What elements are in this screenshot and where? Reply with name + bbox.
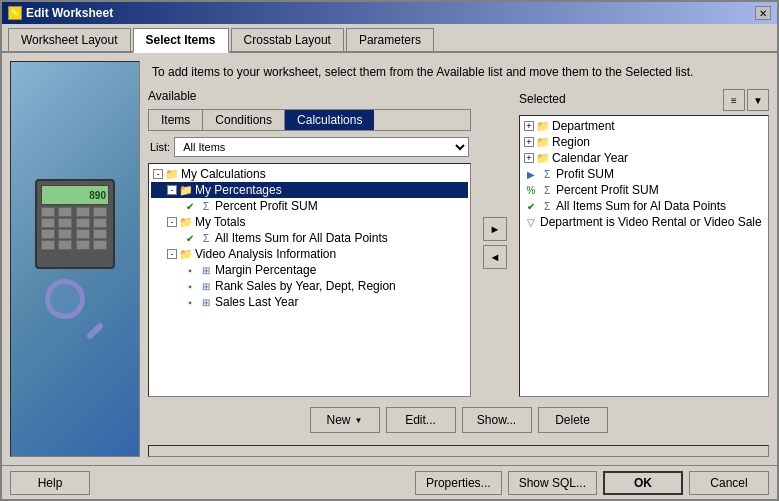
available-panel: Available Items Conditions Calculations … [148, 89, 471, 397]
tree-item-my-pct[interactable]: - 📁 My Percentages [151, 182, 468, 198]
tree-item-my-totals[interactable]: - 📁 My Totals [151, 214, 468, 230]
selected-label-region: Region [552, 135, 590, 149]
show-button[interactable]: Show... [462, 407, 532, 433]
calc-screen: 890 [41, 185, 109, 205]
tab-select-items[interactable]: Select Items [133, 28, 229, 53]
folder-icon-dept: 📁 [536, 119, 550, 133]
available-tree[interactable]: - 📁 My Calculations - 📁 My Percentages [148, 163, 471, 397]
expand-region[interactable]: + [524, 137, 534, 147]
show-sql-button[interactable]: Show SQL... [508, 471, 597, 495]
edit-worksheet-window: ✎ Edit Worksheet ✕ Worksheet Layout Sele… [0, 0, 779, 501]
horizontal-scrollbar[interactable] [148, 445, 769, 457]
item-icon-sales: ▪ [183, 295, 197, 309]
sigma-icon-all: Σ [540, 199, 554, 213]
subtab-conditions[interactable]: Conditions [203, 110, 285, 130]
item-icon-profit: ▶ [524, 167, 538, 181]
expand-my-totals[interactable]: - [167, 217, 177, 227]
magnifier-circle [45, 279, 85, 319]
title-bar-left: ✎ Edit Worksheet [8, 6, 113, 20]
check-icon-3: % [524, 183, 538, 197]
list-filter: List: All Items [148, 135, 471, 159]
selected-item-cal-year[interactable]: + 📁 Calendar Year [522, 150, 766, 166]
check-icon-2: ✔ [183, 231, 197, 245]
selected-item-region[interactable]: + 📁 Region [522, 134, 766, 150]
selected-item-pct-profit[interactable]: % Σ Percent Profit SUM [522, 182, 766, 198]
properties-button[interactable]: Properties... [415, 471, 502, 495]
check-icon: ✔ [183, 199, 197, 213]
title-bar: ✎ Edit Worksheet ✕ [2, 2, 777, 24]
tab-crosstab-layout[interactable]: Crosstab Layout [231, 28, 344, 51]
cancel-button[interactable]: Cancel [689, 471, 769, 495]
selected-label-dept: Department [552, 119, 615, 133]
sigma-icon: Σ [199, 199, 213, 213]
folder-icon-2: 📁 [179, 183, 193, 197]
list-label: List: [150, 141, 170, 153]
selected-item-dept[interactable]: + 📁 Department [522, 118, 766, 134]
tree-label-all-items-sum: All Items Sum for All Data Points [215, 231, 388, 245]
sigma-icon-pct: Σ [540, 183, 554, 197]
tree-item-video-analysis[interactable]: - 📁 Video Analysis Information [151, 246, 468, 262]
delete-button[interactable]: Delete [538, 407, 608, 433]
tab-worksheet-layout[interactable]: Worksheet Layout [8, 28, 131, 51]
tree-item-my-calc[interactable]: - 📁 My Calculations [151, 166, 468, 182]
move-left-button[interactable]: ◄ [483, 245, 507, 269]
selected-item-profit-sum[interactable]: ▶ Σ Profit SUM [522, 166, 766, 182]
folder-icon-cal-year: 📁 [536, 151, 550, 165]
available-subtab-bar: Items Conditions Calculations [148, 109, 471, 131]
folder-icon-3: 📁 [179, 215, 193, 229]
tree-label-rank-sales: Rank Sales by Year, Dept, Region [215, 279, 396, 293]
ok-button[interactable]: OK [603, 471, 683, 495]
tree-item-margin-pct[interactable]: ▪ ⊞ Margin Percentage [151, 262, 468, 278]
selected-item-all-items[interactable]: ✔ Σ All Items Sum for Al Data Points [522, 198, 766, 214]
selected-label-profit-sum: Profit SUM [556, 167, 614, 181]
help-button[interactable]: Help [10, 471, 90, 495]
dropdown-icon[interactable]: ▼ [747, 89, 769, 111]
tree-item-rank-sales[interactable]: ▪ ⊞ Rank Sales by Year, Dept, Region [151, 278, 468, 294]
calc-icon-rank: ⊞ [199, 279, 213, 293]
expand-cal-year[interactable]: + [524, 153, 534, 163]
calc-icon-sales: ⊞ [199, 295, 213, 309]
selected-label-dept-filter: Department is Video Rental or Video Sale [540, 215, 762, 229]
tab-parameters[interactable]: Parameters [346, 28, 434, 51]
tree-label-sales-last-yr: Sales Last Year [215, 295, 298, 309]
subtab-items[interactable]: Items [149, 110, 203, 130]
filter-icon: ▽ [524, 215, 538, 229]
new-button[interactable]: New ▼ [310, 407, 380, 433]
expand-my-pct[interactable]: - [167, 185, 177, 195]
expand-video-analysis[interactable]: - [167, 249, 177, 259]
move-right-button[interactable]: ► [483, 217, 507, 241]
selected-item-dept-filter[interactable]: ▽ Department is Video Rental or Video Sa… [522, 214, 766, 230]
selected-label-all-items: All Items Sum for Al Data Points [556, 199, 726, 213]
item-icon-margin: ▪ [183, 263, 197, 277]
edit-button[interactable]: Edit... [386, 407, 456, 433]
magnifier-handle [86, 322, 104, 340]
close-button[interactable]: ✕ [755, 6, 771, 20]
list-view-icon[interactable]: ≡ [723, 89, 745, 111]
main-tab-bar: Worksheet Layout Select Items Crosstab L… [2, 24, 777, 53]
available-label: Available [148, 89, 471, 103]
tree-label-my-totals: My Totals [195, 215, 245, 229]
folder-icon-region: 📁 [536, 135, 550, 149]
window-title: Edit Worksheet [26, 6, 113, 20]
window-icon: ✎ [8, 6, 22, 20]
sigma-icon-profit: Σ [540, 167, 554, 181]
magnifier-icon [45, 279, 105, 339]
footer: Help Properties... Show SQL... OK Cancel [2, 465, 777, 499]
folder-icon-4: 📁 [179, 247, 193, 261]
main-content: 890 To add items to your worksheet, sele… [2, 53, 777, 465]
tree-item-all-items-sum[interactable]: ✔ Σ All Items Sum for All Data Points [151, 230, 468, 246]
selected-tree[interactable]: + 📁 Department + 📁 Region + [519, 115, 769, 397]
new-dropdown-arrow: ▼ [355, 416, 363, 425]
calc-buttons [41, 207, 109, 250]
expand-my-calc[interactable]: - [153, 169, 163, 179]
left-decorative-panel: 890 [10, 61, 140, 457]
calculator-icon: 890 [35, 179, 115, 269]
list-select[interactable]: All Items [174, 137, 469, 157]
bottom-buttons: New ▼ Edit... Show... Delete [148, 403, 769, 437]
tree-label-my-pct: My Percentages [195, 183, 282, 197]
expand-dept[interactable]: + [524, 121, 534, 131]
tree-item-pct-profit[interactable]: ✔ Σ Percent Profit SUM [151, 198, 468, 214]
subtab-calculations[interactable]: Calculations [285, 110, 374, 130]
tree-item-sales-last-yr[interactable]: ▪ ⊞ Sales Last Year [151, 294, 468, 310]
sigma-icon-2: Σ [199, 231, 213, 245]
